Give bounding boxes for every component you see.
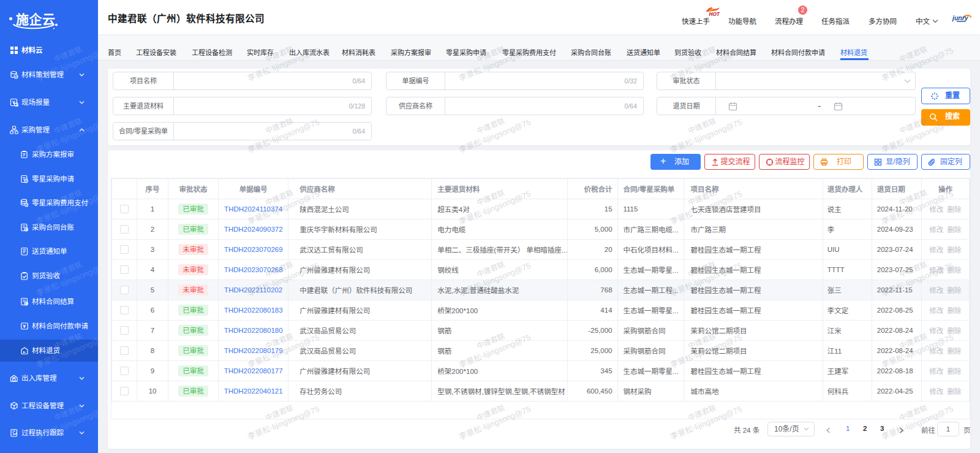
svg-text:HOT: HOT [709,12,720,17]
svg-text:junry: junry [952,14,969,21]
